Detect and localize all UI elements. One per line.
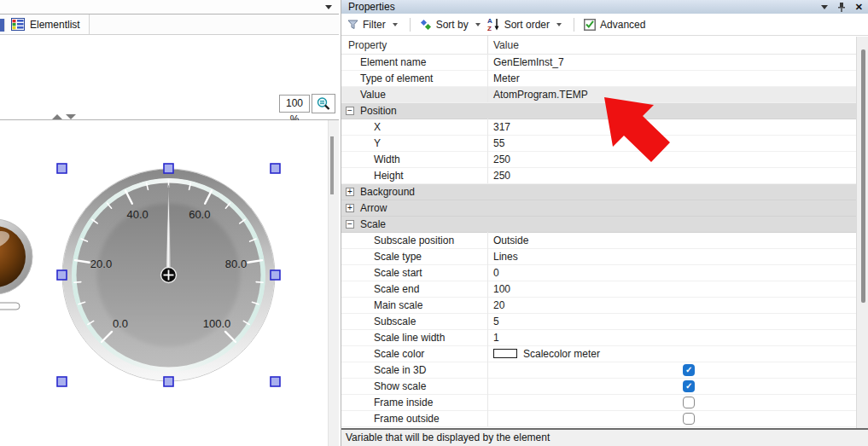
- pin-icon[interactable]: [837, 2, 846, 13]
- property-row-subscale[interactable]: Subscale5: [341, 314, 856, 330]
- checkbox-show-scale[interactable]: [683, 380, 695, 392]
- panel-menu-icon[interactable]: [821, 5, 828, 9]
- checkbox-frame-outside[interactable]: [683, 413, 695, 425]
- property-group-position[interactable]: −Position: [341, 103, 856, 119]
- expand-icon[interactable]: +: [346, 204, 354, 212]
- property-value[interactable]: 100: [493, 281, 510, 297]
- property-row-scale-start[interactable]: Scale start0: [341, 265, 856, 281]
- property-value[interactable]: AtomProgram.TEMP: [493, 87, 588, 102]
- advanced-label: Advanced: [600, 19, 645, 31]
- property-value[interactable]: 5: [493, 314, 499, 329]
- zoom-button[interactable]: [312, 94, 335, 113]
- svg-text:A: A: [487, 17, 492, 25]
- color-swatch[interactable]: [493, 349, 517, 358]
- filter-button[interactable]: Filter: [363, 19, 386, 31]
- selection-handle[interactable]: [271, 164, 280, 173]
- property-value[interactable]: 20: [493, 298, 504, 313]
- property-row-height[interactable]: Height250: [341, 168, 856, 184]
- splitter-collapse-arrows[interactable]: [51, 113, 79, 120]
- property-value[interactable]: 317: [493, 119, 510, 135]
- sort-order-button[interactable]: Sort order: [504, 19, 550, 31]
- checkbox-frame-inside[interactable]: [683, 397, 695, 408]
- property-value[interactable]: GenElemInst_7: [493, 55, 564, 70]
- property-row-scale-type[interactable]: Scale typeLines: [341, 249, 856, 265]
- property-value[interactable]: 55: [493, 136, 504, 151]
- property-label: Main scale: [374, 298, 422, 313]
- properties-titlebar: Properties ✕: [341, 0, 868, 14]
- property-row-show-scale[interactable]: Show scale: [341, 379, 856, 395]
- column-divider: [487, 167, 488, 183]
- collapse-icon[interactable]: −: [346, 220, 354, 229]
- property-value[interactable]: Outside: [493, 233, 528, 248]
- property-group-background[interactable]: +Background: [341, 184, 856, 200]
- tab-elementlist[interactable]: Elementlist: [7, 14, 90, 34]
- scale-label: 60.0: [189, 208, 210, 221]
- property-row-element-name[interactable]: Element nameGenElemInst_7: [341, 55, 856, 71]
- property-row-frame-inside[interactable]: Frame inside: [341, 395, 856, 411]
- selection-handle[interactable]: [164, 164, 173, 173]
- selection-handle[interactable]: [57, 164, 67, 173]
- canvas-scrollbar-thumb[interactable]: [330, 136, 334, 194]
- sort-order-dropdown-icon[interactable]: [556, 23, 562, 26]
- selection-handle[interactable]: [57, 270, 67, 280]
- advanced-checkbox[interactable]: [584, 19, 596, 31]
- meter-element[interactable]: 0.020.040.060.080.0100.0: [0, 120, 328, 446]
- svg-text:Z: Z: [487, 25, 492, 32]
- column-divider: [487, 70, 488, 86]
- property-row-scale-end[interactable]: Scale end100: [341, 281, 856, 298]
- column-header-property: Property: [348, 39, 387, 51]
- property-group-scale[interactable]: −Scale: [341, 217, 856, 233]
- canvas-vertical-scrollbar[interactable]: [328, 120, 339, 446]
- sort-by-dropdown-icon[interactable]: [475, 23, 481, 26]
- property-label: Arrow: [360, 200, 387, 216]
- property-row-scale-color[interactable]: Scale colorScalecolor meter: [341, 346, 856, 362]
- property-label: Scale: [360, 217, 386, 232]
- property-row-main-scale[interactable]: Main scale20: [341, 298, 856, 314]
- property-label: Subscale position: [374, 233, 454, 248]
- column-divider: [487, 232, 488, 248]
- column-divider[interactable]: [487, 36, 488, 55]
- property-value[interactable]: Lines: [493, 249, 518, 264]
- property-value[interactable]: 250: [493, 168, 510, 183]
- selection-handle[interactable]: [271, 377, 280, 386]
- property-label: Scale color: [374, 346, 424, 362]
- property-value[interactable]: 250: [493, 152, 510, 167]
- property-row-frame-outside[interactable]: Frame outside: [341, 411, 856, 427]
- checkbox-scale-in-3d[interactable]: [683, 364, 695, 376]
- selection-handle[interactable]: [57, 377, 67, 386]
- property-value[interactable]: Meter: [493, 71, 520, 86]
- panel-title: Properties: [341, 1, 395, 13]
- selection-handle[interactable]: [164, 377, 173, 386]
- sort-by-button[interactable]: Sort by: [436, 19, 469, 31]
- collapse-icon[interactable]: −: [346, 107, 354, 115]
- property-row-y[interactable]: Y55: [341, 136, 856, 152]
- elementlist-icon: [11, 18, 25, 31]
- properties-vertical-scrollbar[interactable]: [856, 37, 868, 428]
- chevron-down-icon[interactable]: [325, 5, 332, 9]
- expand-icon[interactable]: +: [346, 188, 354, 196]
- visualization-canvas[interactable]: 0.020.040.060.080.0100.0: [0, 120, 339, 446]
- close-icon[interactable]: ✕: [855, 0, 863, 14]
- meter-gauge[interactable]: 0.020.040.060.080.0100.0: [0, 164, 280, 386]
- column-divider: [487, 410, 488, 426]
- property-row-type-of-element[interactable]: Type of elementMeter: [341, 71, 856, 87]
- scale-label: 100.0: [203, 317, 231, 330]
- property-row-subscale-position[interactable]: Subscale positionOutside: [341, 233, 856, 249]
- filter-dropdown-icon[interactable]: [393, 23, 398, 26]
- property-row-scale-in-3d[interactable]: Scale in 3D: [341, 362, 856, 379]
- property-label: Type of element: [360, 71, 433, 86]
- partial-tab-icon[interactable]: [0, 19, 5, 32]
- property-group-arrow[interactable]: +Arrow: [341, 200, 856, 217]
- properties-scrollbar-thumb[interactable]: [861, 49, 865, 303]
- property-row-scale-line-width[interactable]: Scale line width1: [341, 330, 856, 346]
- selection-handle[interactable]: [271, 270, 280, 280]
- property-label: Value: [360, 87, 386, 102]
- property-value[interactable]: 1: [493, 330, 499, 345]
- property-row-width[interactable]: Width250: [341, 152, 856, 168]
- property-row-x[interactable]: X317: [341, 119, 856, 136]
- property-label: Height: [374, 168, 404, 183]
- property-value[interactable]: 0: [493, 265, 499, 281]
- zoom-level-box[interactable]: 100 %: [279, 95, 310, 113]
- property-value[interactable]: Scalecolor meter: [493, 346, 600, 362]
- property-row-value[interactable]: ValueAtomProgram.TEMP: [341, 87, 856, 103]
